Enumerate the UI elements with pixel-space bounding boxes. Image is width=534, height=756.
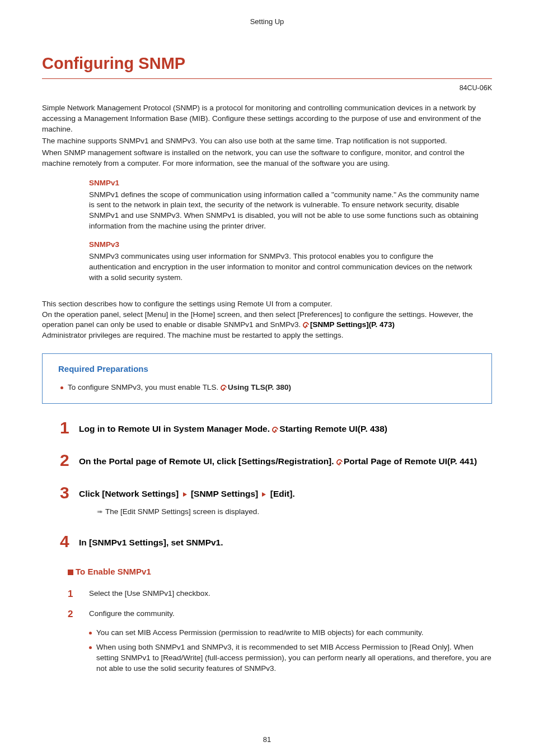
- step-number: 1: [60, 419, 79, 436]
- intro-paragraph-3: When SNMP management software is install…: [42, 148, 492, 169]
- bullet-item: You can set MIB Access Permission (permi…: [89, 628, 492, 638]
- snmpv1-heading: SNMPv1: [89, 178, 481, 189]
- enable-snmpv1-heading: To Enable SNMPv1: [68, 566, 492, 577]
- step-3-result: The [Edit SNMP Settings] screen is displ…: [105, 507, 259, 516]
- page-number: 81: [0, 735, 534, 745]
- step-2: 2 On the Portal page of Remote UI, click…: [60, 452, 492, 469]
- intro-paragraph-1: Simple Network Management Protocol (SNMP…: [42, 103, 492, 135]
- intro-paragraph-2: The machine supports SNMPv1 and SNMPv3. …: [42, 136, 492, 147]
- step-2-text: On the Portal page of Remote UI, click […: [79, 456, 336, 466]
- chapter-header: Setting Up: [42, 17, 492, 27]
- prep-text: To configure SNMPv3, you must enable TLS…: [68, 383, 221, 391]
- section-note-line2: On the operation panel, select [Menu] in…: [42, 310, 473, 329]
- substep-number: 1: [68, 587, 89, 601]
- required-preparations-title: Required Preparations: [58, 363, 480, 375]
- step-number: 4: [60, 533, 79, 550]
- bullet-2-text: When using both SNMPv1 and SNMPv3, it is…: [96, 642, 492, 674]
- bullet-item: When using both SNMPv1 and SNMPv3, it is…: [89, 642, 492, 674]
- portal-page-link[interactable]: Portal Page of Remote UI(P. 441): [344, 456, 477, 466]
- step-4: 4 In [SNMPv1 Settings], set SNMPv1.: [60, 533, 492, 550]
- bullet-icon: [89, 646, 92, 649]
- substep-number: 2: [68, 608, 89, 621]
- step-1-text: Log in to Remote UI in System Manager Mo…: [79, 424, 272, 433]
- section-note-line1: This section describes how to configure …: [42, 300, 332, 308]
- bullet-1-text: You can set MIB Access Permission (permi…: [96, 628, 423, 638]
- step-4-text: In [SNMPv1 Settings], set SNMPv1.: [79, 533, 223, 549]
- snmpv1-description: SNMPv1 defines the scope of communicatio…: [89, 190, 481, 232]
- result-arrow-icon: ➠: [97, 507, 103, 517]
- step-number: 3: [60, 484, 79, 501]
- document-code: 84CU-06K: [42, 83, 492, 94]
- chevron-right-icon: [183, 492, 187, 497]
- chevron-right-icon: [262, 492, 266, 497]
- substep-2-text: Configure the community.: [89, 608, 175, 619]
- substep-1: 1 Select the [Use SNMPv1] checkbox.: [68, 587, 492, 601]
- substep-2: 2 Configure the community.: [68, 608, 492, 621]
- step-3-post: [Edit].: [268, 489, 294, 498]
- step-number: 2: [60, 452, 79, 469]
- snmp-settings-link[interactable]: [SNMP Settings](P. 473): [310, 320, 395, 329]
- step-3-pre: Click [Network Settings]: [79, 489, 181, 498]
- bullet-icon: [89, 632, 92, 634]
- step-1: 1 Log in to Remote UI in System Manager …: [60, 419, 492, 436]
- substep-1-text: Select the [Use SNMPv1] checkbox.: [89, 587, 210, 599]
- starting-remote-ui-link[interactable]: Starting Remote UI(P. 438): [279, 424, 387, 433]
- step-3-mid: [SNMP Settings]: [189, 489, 261, 498]
- link-icon: [302, 321, 310, 329]
- snmpv3-heading: SNMPv3: [89, 240, 481, 250]
- bullet-icon: [60, 386, 63, 389]
- snmpv3-description: SNMPv3 communicates using user informati…: [89, 251, 481, 283]
- using-tls-link[interactable]: Using TLS(P. 380): [228, 383, 291, 391]
- required-preparations-box: Required Preparations To configure SNMPv…: [42, 353, 492, 404]
- section-note-line3: Administrator privileges are required. T…: [42, 331, 344, 339]
- link-icon: [271, 426, 279, 434]
- page-title: Configuring SNMP: [42, 52, 492, 79]
- square-icon: [68, 570, 73, 575]
- step-3: 3 Click [Network Settings] [SNMP Setting…: [60, 484, 492, 501]
